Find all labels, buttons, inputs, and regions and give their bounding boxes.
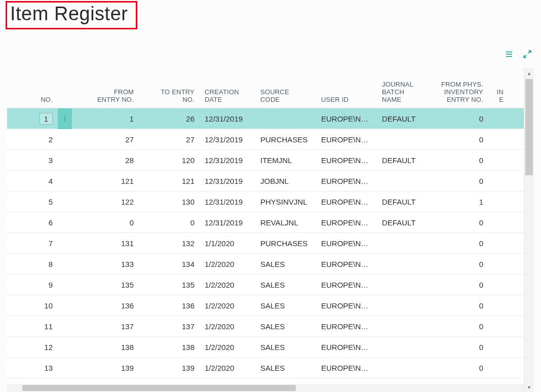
scroll-down-icon[interactable]: ▾ xyxy=(524,382,534,392)
cell-user_id: EUROPE\NAV... xyxy=(316,198,377,206)
cell-creation_date: 12/31/2019 xyxy=(200,218,255,227)
page-title: Item Register xyxy=(10,3,128,24)
cell-user_id: EUROPE\NAV... xyxy=(316,343,377,351)
cell-from_entry: 137 xyxy=(73,322,139,331)
row-actions-icon[interactable] xyxy=(58,233,72,254)
table-row[interactable]: 71311321/1/2020PURCHASESEUROPE\NAV...0 xyxy=(7,233,524,254)
column-header-user_id[interactable]: USER ID xyxy=(316,96,377,104)
vertical-scrollbar[interactable]: ▴ ▾ xyxy=(524,68,534,392)
table-row[interactable]: 111371371/2/2020SALESEUROPE\NAV...0 xyxy=(7,316,524,337)
cell-journal_batch: DEFAULT xyxy=(377,218,435,227)
table-row[interactable]: 412112112/31/2019JOBJNLEUROPE\NAV...0 xyxy=(7,171,524,191)
cell-no[interactable]: 5 xyxy=(7,198,58,206)
row-actions-icon[interactable] xyxy=(58,337,72,358)
cell-source_code: SALES xyxy=(255,343,316,351)
row-actions-icon[interactable] xyxy=(58,150,72,171)
cell-from_entry: 0 xyxy=(73,218,139,227)
cell-from_phys: 0 xyxy=(435,322,488,331)
column-header-in_e[interactable]: IN E xyxy=(488,89,509,104)
cell-creation_date: 1/2/2020 xyxy=(200,281,255,289)
row-actions-icon[interactable] xyxy=(58,108,72,129)
cell-from_entry: 131 xyxy=(73,239,139,248)
cell-no[interactable]: 4 xyxy=(7,177,58,185)
table-row[interactable]: 101361361/2/2020SALESEUROPE\NAV...0 xyxy=(7,295,524,316)
cell-to_entry: 130 xyxy=(139,198,200,206)
cell-from_entry: 139 xyxy=(73,364,139,372)
row-actions-icon[interactable] xyxy=(58,171,72,191)
table-row[interactable]: 32812012/31/2019ITEMJNLEUROPE\NAV...DEFA… xyxy=(7,150,524,171)
cell-to_entry: 134 xyxy=(139,260,200,268)
cell-no[interactable]: 8 xyxy=(7,260,58,268)
cell-no[interactable]: 9 xyxy=(7,281,58,289)
cell-to_entry: 0 xyxy=(139,218,200,227)
cell-from_phys: 0 xyxy=(435,156,488,165)
column-header-from_entry[interactable]: FROM ENTRY NO. xyxy=(73,89,139,104)
table-row[interactable]: 81331341/2/2020SALESEUROPE\NAV...0 xyxy=(7,254,524,275)
svg-line-3 xyxy=(528,51,531,53)
cell-creation_date: 12/31/2019 xyxy=(200,198,255,206)
row-actions-icon[interactable] xyxy=(58,295,72,316)
column-header-creation_date[interactable]: CREATION DATE xyxy=(200,89,255,104)
row-actions-icon[interactable] xyxy=(58,275,72,295)
cell-from_phys: 0 xyxy=(435,135,488,144)
cell-no[interactable]: 6 xyxy=(7,218,58,227)
cell-source_code: PURCHASES xyxy=(255,135,316,144)
cell-source_code: SALES xyxy=(255,281,316,289)
cell-user_id: EUROPE\NAV... xyxy=(316,322,377,331)
scroll-up-icon[interactable]: ▴ xyxy=(524,68,534,78)
row-actions-icon[interactable] xyxy=(58,358,72,378)
cell-from_phys: 0 xyxy=(435,281,488,289)
cell-no[interactable]: 11 xyxy=(7,322,58,331)
cell-no[interactable]: 1 xyxy=(7,113,58,125)
cell-creation_date: 1/1/2020 xyxy=(200,239,255,248)
cell-no[interactable]: 3 xyxy=(7,156,58,165)
column-header-source_code[interactable]: SOURCE CODE xyxy=(255,89,316,104)
table-row[interactable]: 91351351/2/2020SALESEUROPE\NAV...0 xyxy=(7,275,524,295)
cell-from_phys: 0 xyxy=(435,364,488,372)
horizontal-scrollbar[interactable] xyxy=(7,384,524,392)
column-header-journal_batch[interactable]: JOURNAL BATCH NAME xyxy=(377,81,435,104)
cell-no[interactable]: 7 xyxy=(7,239,58,248)
cell-creation_date: 1/2/2020 xyxy=(200,260,255,268)
cell-from_entry: 136 xyxy=(73,301,139,310)
cell-to_entry: 27 xyxy=(139,135,200,144)
hscroll-thumb[interactable] xyxy=(22,385,296,391)
cell-to_entry: 132 xyxy=(139,239,200,248)
collapse-icon[interactable] xyxy=(523,50,532,59)
row-actions-icon[interactable] xyxy=(58,212,72,233)
svg-point-5 xyxy=(64,116,65,117)
cell-from_entry: 1 xyxy=(73,114,139,123)
row-actions-icon[interactable] xyxy=(58,316,72,337)
cell-user_id: EUROPE\NAV... xyxy=(316,364,377,372)
row-actions-icon[interactable] xyxy=(58,254,72,275)
column-header-from_phys[interactable]: FROM PHYS. INVENTORY ENTRY NO. xyxy=(435,81,488,104)
cell-creation_date: 1/2/2020 xyxy=(200,343,255,351)
cell-from_entry: 138 xyxy=(73,343,139,351)
column-header-no[interactable]: NO. xyxy=(7,96,58,104)
cell-no[interactable]: 13 xyxy=(7,364,58,372)
toolbar xyxy=(505,50,532,59)
cell-journal_batch: DEFAULT xyxy=(377,198,435,206)
cell-from_phys: 0 xyxy=(435,260,488,268)
table-row[interactable]: 512213012/31/2019PHYSINVJNLEUROPE\NAV...… xyxy=(7,191,524,212)
cell-source_code: PHYSINVJNL xyxy=(255,198,316,206)
table-row[interactable]: 131391391/2/2020SALESEUROPE\NAV...0 xyxy=(7,358,524,378)
cell-from_phys: 0 xyxy=(435,218,488,227)
scroll-thumb[interactable] xyxy=(525,79,533,175)
table-row[interactable]: 2272712/31/2019PURCHASESEUROPE\NAV...0 xyxy=(7,129,524,150)
table-row[interactable]: 121381381/2/2020SALESEUROPE\NAV...0 xyxy=(7,337,524,358)
column-header-to_entry[interactable]: TO ENTRY NO. xyxy=(139,89,200,104)
cell-user_id: EUROPE\NAV... xyxy=(316,114,377,123)
table-row[interactable]: 60012/31/2019REVALJNLEUROPE\NAV...DEFAUL… xyxy=(7,212,524,233)
list-view-icon[interactable] xyxy=(505,50,514,59)
row-actions-icon[interactable] xyxy=(58,129,72,150)
cell-user_id: EUROPE\NAV... xyxy=(316,281,377,289)
cell-user_id: EUROPE\NAV... xyxy=(316,239,377,248)
cell-no[interactable]: 12 xyxy=(7,343,58,351)
table-row[interactable]: 112612/31/2019EUROPE\NAV...DEFAULT0 xyxy=(7,108,524,129)
cell-creation_date: 12/31/2019 xyxy=(200,114,255,123)
svg-line-4 xyxy=(524,55,526,58)
cell-no[interactable]: 2 xyxy=(7,135,58,144)
cell-no[interactable]: 10 xyxy=(7,301,58,310)
row-actions-icon[interactable] xyxy=(58,191,72,212)
